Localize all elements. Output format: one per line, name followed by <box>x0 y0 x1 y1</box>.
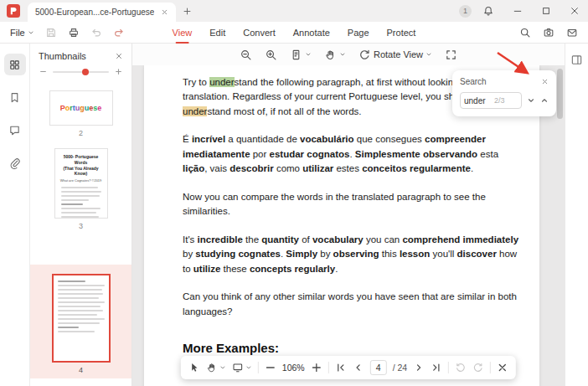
plus-icon[interactable] <box>115 68 122 75</box>
collapse-toolbar-button[interactable] <box>497 362 508 373</box>
mail-icon[interactable] <box>566 27 578 39</box>
content-column: Rotate View <box>132 44 565 386</box>
maximize-button[interactable] <box>541 6 551 16</box>
menu-page[interactable]: Page <box>348 22 369 44</box>
app-logo-icon <box>7 4 20 18</box>
menu-annotate[interactable]: Annotate <box>293 22 330 44</box>
thumbnail-3-textlines <box>59 187 103 218</box>
menu-edit[interactable]: Edit <box>209 22 225 44</box>
search-popup-controls: 2/3 <box>460 92 549 109</box>
thumbnail-page-4[interactable] <box>52 274 111 363</box>
vertical-scrollbar[interactable] <box>557 67 563 384</box>
view-toolbar: Rotate View <box>132 44 565 65</box>
paragraph-question: Can you think of any other similar words… <box>183 290 524 319</box>
save-button[interactable] <box>45 27 57 39</box>
thumbnails-panel-title: Thumbnails <box>39 51 86 61</box>
paperclip-icon <box>8 157 21 169</box>
search-close-icon[interactable] <box>541 78 549 85</box>
zoom-level[interactable]: 106% <box>282 363 305 373</box>
next-match-button[interactable] <box>527 96 535 105</box>
rotate-icon <box>358 49 371 61</box>
zoom-in-button[interactable] <box>265 49 277 61</box>
minus-icon[interactable] <box>39 68 47 75</box>
paragraph-compare: Now you can compare the words in the tra… <box>183 190 524 219</box>
thumbnails-panel-header: Thumbnails <box>30 44 132 66</box>
chevron-down-icon <box>339 51 346 58</box>
rotate-view-button[interactable]: Rotate View <box>358 49 432 61</box>
pdf-app-window: 5000-European...ce-Portuguese 1 File <box>0 0 588 386</box>
page-layout-button[interactable] <box>290 49 312 61</box>
rotate-view-label: Rotate View <box>374 49 423 59</box>
minimize-button[interactable] <box>513 6 523 16</box>
document-viewer: Try to understand the following paragrap… <box>132 65 565 386</box>
thumbnail-3-heading: 5000- Portuguese Words <box>59 154 103 166</box>
next-page-button[interactable] <box>413 362 425 373</box>
chevron-down-icon <box>245 364 252 371</box>
snapshot-camera-icon[interactable] <box>543 27 554 39</box>
history-back-button[interactable] <box>455 362 467 373</box>
undo-button[interactable] <box>90 27 102 39</box>
history-forward-button[interactable] <box>472 362 484 373</box>
hand-tool-button[interactable] <box>324 49 346 61</box>
bookmark-icon <box>8 91 21 104</box>
menu-protect[interactable]: Protect <box>387 22 416 44</box>
search-field: 2/3 <box>460 92 522 109</box>
hand-tool-button[interactable] <box>206 362 226 373</box>
divider <box>490 362 491 373</box>
print-button[interactable] <box>68 27 80 39</box>
thumbnail-page-3[interactable]: 5000- Portuguese Words (That You Already… <box>54 148 108 219</box>
search-input[interactable] <box>464 96 493 106</box>
menu-convert[interactable]: Convert <box>243 22 276 44</box>
comments-panel-button[interactable] <box>4 119 26 141</box>
divider <box>328 362 329 373</box>
thumbnail-3-label: 3 <box>79 222 83 230</box>
chevron-down-icon <box>219 364 226 371</box>
thumbnails-panel-button[interactable] <box>4 54 26 75</box>
notification-badge[interactable]: 1 <box>459 5 472 18</box>
new-tab-button[interactable] <box>183 7 192 16</box>
page-total-label: / 24 <box>393 363 408 373</box>
fullscreen-button[interactable] <box>445 49 457 61</box>
thumbnail-2-art: Portuguese <box>60 104 102 112</box>
view-mode-button[interactable] <box>232 362 252 373</box>
zoom-out-button[interactable] <box>265 362 276 373</box>
zoom-out-button[interactable] <box>240 49 252 61</box>
attachments-panel-button[interactable] <box>4 152 26 173</box>
zoom-in-button[interactable] <box>311 362 322 373</box>
bell-icon[interactable] <box>482 5 494 17</box>
search-icon[interactable] <box>519 27 531 39</box>
redo-button[interactable] <box>113 27 125 39</box>
document-tab[interactable]: 5000-European...ce-Portuguese <box>28 3 176 22</box>
thumbnail-list: Portuguese 2 5000- Portuguese Words (Tha… <box>30 82 132 386</box>
bookmarks-panel-button[interactable] <box>4 86 26 108</box>
last-page-button[interactable] <box>431 362 442 373</box>
close-button[interactable] <box>570 6 580 16</box>
panel-close-icon[interactable] <box>115 52 123 60</box>
search-popup-header: Search <box>460 77 549 86</box>
file-menu-label: File <box>10 28 25 38</box>
select-tool-button[interactable] <box>188 362 200 373</box>
file-menu[interactable]: File <box>10 28 34 38</box>
right-panel-toggle-button[interactable] <box>570 54 583 66</box>
left-icon-strip <box>0 44 30 386</box>
search-popup: Search 2/3 <box>452 70 556 116</box>
search-match-counter: 2/3 <box>494 96 505 105</box>
hand-icon <box>324 49 337 61</box>
first-page-button[interactable] <box>335 362 347 373</box>
divider <box>448 362 449 373</box>
menu-view[interactable]: View <box>173 22 193 44</box>
previous-page-button[interactable] <box>353 362 364 373</box>
page-number-input[interactable] <box>370 360 387 375</box>
previous-match-button[interactable] <box>540 96 549 105</box>
slider-handle[interactable] <box>82 69 89 75</box>
tab-close-icon[interactable] <box>161 8 168 16</box>
thumbnail-page-2[interactable]: Portuguese <box>49 90 113 126</box>
slider-track[interactable] <box>53 71 109 73</box>
titlebar: 5000-European...ce-Portuguese 1 <box>0 0 588 22</box>
magnifier-plus-icon <box>265 49 277 61</box>
right-icon-strip <box>565 44 588 386</box>
grid-thumbnails-icon <box>8 59 21 71</box>
menubar-right-icons <box>519 27 578 39</box>
divider <box>258 362 259 373</box>
scrollbar-thumb[interactable] <box>557 69 563 119</box>
